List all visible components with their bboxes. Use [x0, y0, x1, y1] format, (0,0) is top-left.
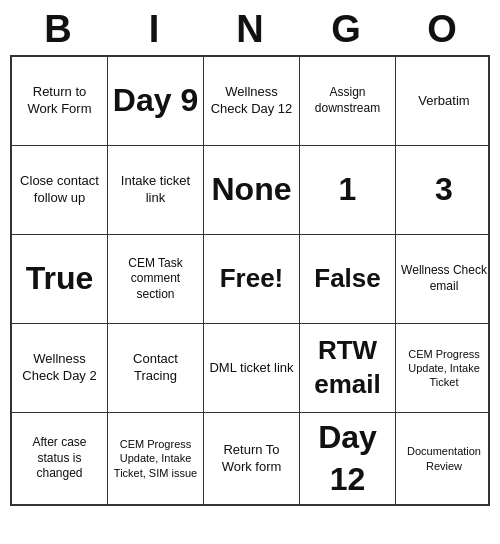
cell-0-4: Verbatim	[396, 57, 492, 145]
cell-4-0: After case status is changed	[12, 413, 108, 504]
bingo-title: B I N G O	[10, 0, 490, 55]
cell-0-0: Return to Work Form	[12, 57, 108, 145]
cell-3-4: CEM Progress Update, Intake Ticket	[396, 324, 492, 412]
cell-1-0: Close contact follow up	[12, 146, 108, 234]
cell-3-2: DML ticket link	[204, 324, 300, 412]
cell-0-1: Day 9	[108, 57, 204, 145]
cell-0-3: Assign downstream	[300, 57, 396, 145]
cell-1-4: 3	[396, 146, 492, 234]
letter-b: B	[13, 8, 103, 51]
cell-0-2: Wellness Check Day 12	[204, 57, 300, 145]
cell-4-3: Day 12	[300, 413, 396, 504]
letter-o: O	[397, 8, 487, 51]
bingo-row-3: Wellness Check Day 2 Contact Tracing DML…	[12, 324, 488, 413]
letter-i: I	[109, 8, 199, 51]
bingo-row-2: True CEM Task comment section Free! Fals…	[12, 235, 488, 324]
bingo-grid: Return to Work Form Day 9 Wellness Check…	[10, 55, 490, 506]
cell-2-0: True	[12, 235, 108, 323]
cell-1-1: Intake ticket link	[108, 146, 204, 234]
cell-3-1: Contact Tracing	[108, 324, 204, 412]
cell-3-3: RTW email	[300, 324, 396, 412]
cell-4-4: Documentation Review	[396, 413, 492, 504]
bingo-row-0: Return to Work Form Day 9 Wellness Check…	[12, 57, 488, 146]
cell-2-4: Wellness Check email	[396, 235, 492, 323]
cell-4-1: CEM Progress Update, Intake Ticket, SIM …	[108, 413, 204, 504]
cell-4-2: Return To Work form	[204, 413, 300, 504]
cell-1-3: 1	[300, 146, 396, 234]
letter-g: G	[301, 8, 391, 51]
cell-2-3: False	[300, 235, 396, 323]
letter-n: N	[205, 8, 295, 51]
cell-2-2-free: Free!	[204, 235, 300, 323]
bingo-row-1: Close contact follow up Intake ticket li…	[12, 146, 488, 235]
cell-1-2: None	[204, 146, 300, 234]
cell-3-0: Wellness Check Day 2	[12, 324, 108, 412]
bingo-row-4: After case status is changed CEM Progres…	[12, 413, 488, 504]
cell-2-1: CEM Task comment section	[108, 235, 204, 323]
